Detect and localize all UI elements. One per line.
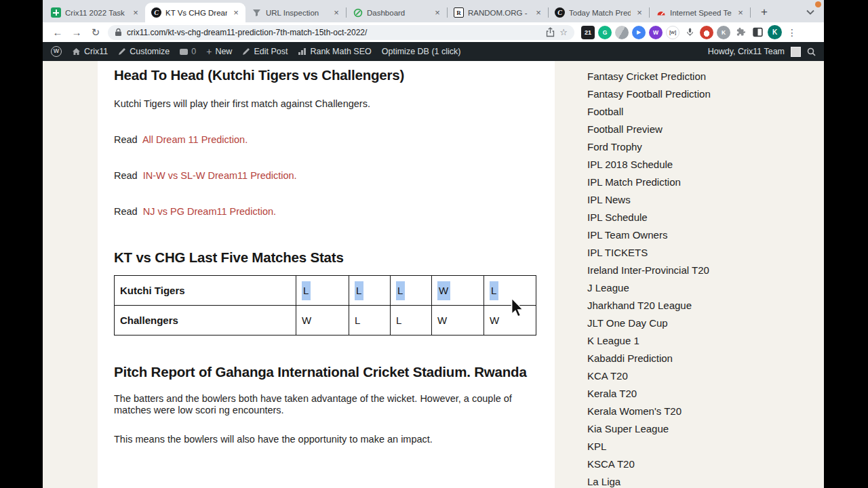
- sidebar-category-link[interactable]: Football Preview: [587, 121, 818, 138]
- adminbar-customize[interactable]: Customize: [118, 47, 170, 56]
- address-bar[interactable]: crix11.com/kt-vs-chg-dream11-prediction-…: [108, 25, 574, 40]
- pencil-icon: [242, 47, 250, 56]
- forward-button[interactable]: →: [70, 27, 83, 37]
- tab-close-icon[interactable]: ×: [736, 7, 745, 18]
- link-nj-vs-pg-prediction[interactable]: NJ vs PG Dream11 Prediction.: [143, 206, 276, 217]
- browser-menu-icon[interactable]: ⋮: [787, 27, 797, 38]
- sidebar-category-link[interactable]: KPL: [587, 438, 818, 455]
- sidebar-category-link[interactable]: Kabaddi Prediction: [587, 350, 818, 367]
- adblock-extension-icon[interactable]: [700, 26, 713, 39]
- table-row-kutchi-tigers: Kutchi Tigers L L L W L: [115, 276, 536, 306]
- sidebar-category-link[interactable]: IPL TICKETS: [587, 244, 818, 262]
- home-icon: [72, 47, 81, 56]
- sidebar-category-link[interactable]: IPL News: [587, 191, 818, 209]
- tab-random-org[interactable]: R RANDOM.ORG - List | ×: [448, 3, 548, 22]
- sidebar-category-link[interactable]: Fantasy Cricket Prediction: [587, 68, 818, 85]
- tab-kt-vs-chg-active[interactable]: C KT Vs CHG Dream11 P ×: [145, 3, 245, 22]
- tab-close-icon[interactable]: ×: [332, 7, 341, 18]
- tab-dashboard[interactable]: Dashboard ×: [347, 3, 447, 22]
- share-icon[interactable]: [546, 27, 555, 37]
- sidebar-category-link[interactable]: Jharkhand T20 League: [587, 297, 818, 314]
- reload-button[interactable]: ↻: [89, 27, 102, 37]
- tab-url-inspection[interactable]: URL Inspection ×: [245, 3, 346, 22]
- crix11-favicon: C: [555, 7, 565, 18]
- tab-close-icon[interactable]: ×: [534, 7, 543, 18]
- link-all-dream11-prediction[interactable]: All Dream 11 Prediction.: [142, 134, 248, 145]
- sidebar-category-link[interactable]: IPL Match Prediction: [587, 174, 818, 191]
- sidebar-category-link[interactable]: K League 1: [587, 332, 818, 350]
- url-text: crix11.com/kt-vs-chg-dream11-prediction-…: [127, 28, 541, 37]
- tab-title: Dashboard: [367, 9, 429, 17]
- extensions-row: 21 G ▶ W [w] K K ⋮: [581, 25, 797, 39]
- side-panel-icon[interactable]: [751, 26, 764, 39]
- sidebar-category-link[interactable]: Kerala Women's T20: [587, 403, 818, 420]
- sidebar-category-link[interactable]: JLT One Day Cup: [587, 314, 818, 332]
- microphone-icon[interactable]: [683, 26, 696, 39]
- adminbar-site-name[interactable]: Crix11: [72, 47, 108, 56]
- extensions-puzzle-icon[interactable]: [734, 26, 747, 39]
- last-five-matches-table: Kutchi Tigers L L L W L Challengers W L …: [114, 275, 536, 336]
- tab-close-icon[interactable]: ×: [433, 7, 442, 18]
- calendar-21-extension-icon[interactable]: 21: [581, 26, 595, 39]
- search-icon[interactable]: [807, 47, 816, 56]
- result-cell: W: [296, 306, 349, 336]
- tab-crix11-task-sheet[interactable]: Crix11 2022 Task Shee ×: [45, 3, 145, 22]
- sidebar-category-link[interactable]: Kia Super League: [587, 420, 818, 438]
- sidebar-category-link[interactable]: KCA T20: [587, 367, 818, 385]
- sidebar-category-link[interactable]: IPL 2018 Schedule: [587, 156, 818, 174]
- link-inw-vs-slw-prediction[interactable]: IN-W vs SL-W Dream11 Prediction.: [143, 170, 297, 181]
- rank-math-icon: [298, 47, 307, 56]
- sidebar-category-link[interactable]: Ford Trophy: [587, 138, 818, 156]
- category-sidebar: Fantasy Cricket Prediction Fantasy Footb…: [587, 68, 818, 488]
- result-cell: L: [391, 276, 432, 306]
- plus-icon: +: [206, 47, 212, 56]
- selected-result: L: [355, 281, 363, 300]
- adminbar-edit-post[interactable]: Edit Post: [242, 47, 288, 56]
- adminbar-new[interactable]: + New: [206, 47, 232, 56]
- profile-avatar[interactable]: K: [768, 25, 782, 39]
- paragraph-pitch-1: The batters and the bowlers both have ta…: [114, 393, 529, 416]
- word-counter-extension-icon[interactable]: [w]: [666, 26, 679, 39]
- sidebar-category-link[interactable]: IPL Team Owners: [587, 226, 818, 244]
- swirl-extension-icon[interactable]: [615, 26, 629, 39]
- tab-title: URL Inspection: [266, 9, 328, 17]
- crix11-favicon: C: [151, 7, 161, 18]
- avatar[interactable]: [791, 47, 801, 57]
- tab-internet-speed-test[interactable]: Internet Speed Test | ×: [650, 3, 750, 22]
- wordtune-extension-icon[interactable]: W: [649, 26, 663, 39]
- sidebar-category-link[interactable]: KSCA T20: [587, 455, 818, 473]
- keywords-extension-icon[interactable]: K: [717, 26, 730, 39]
- adminbar-account: Howdy, Crix11 Team: [708, 47, 816, 57]
- new-tab-button[interactable]: +: [756, 4, 772, 20]
- tab-close-icon[interactable]: ×: [131, 7, 140, 18]
- sidebar-category-link[interactable]: Kerala T20: [587, 385, 818, 403]
- back-button[interactable]: ←: [51, 27, 64, 37]
- adminbar-comments[interactable]: 0: [180, 47, 196, 56]
- wp-logo-icon[interactable]: W: [51, 46, 62, 57]
- video-speed-extension-icon[interactable]: ▶: [632, 26, 646, 39]
- sidebar-category-link[interactable]: La Liga: [587, 473, 818, 488]
- browser-window: Crix11 2022 Task Shee × C KT Vs CHG Drea…: [43, 0, 824, 488]
- tab-close-icon[interactable]: ×: [231, 7, 241, 18]
- adminbar-optimize-db[interactable]: Optimize DB (1 click): [382, 47, 461, 56]
- sidebar-category-link[interactable]: Ireland Inter-Provincial T20: [587, 262, 818, 279]
- dashboard-favicon: [353, 7, 363, 18]
- grammarly-extension-icon[interactable]: G: [598, 26, 612, 39]
- article-column: Head To Head (Kutchi Tigers vs Challenge…: [98, 61, 555, 488]
- sidebar-category-link[interactable]: Fantasy Football Prediction: [587, 85, 818, 103]
- tab-close-icon[interactable]: ×: [635, 7, 644, 18]
- howdy-text[interactable]: Howdy, Crix11 Team: [708, 47, 785, 56]
- tab-search-chevron-icon[interactable]: [806, 5, 814, 18]
- tab-today-match-prediction[interactable]: C Today Match Predictio ×: [549, 3, 649, 22]
- sidebar-category-link[interactable]: J League: [587, 279, 818, 297]
- tab-separator: [750, 7, 751, 18]
- read-prefix: Read: [114, 170, 138, 181]
- mouse-cursor: [509, 297, 526, 321]
- sidebar-category-link[interactable]: Football: [587, 103, 818, 121]
- adminbar-rank-math[interactable]: Rank Math SEO: [298, 47, 371, 56]
- read-prefix: Read: [114, 206, 138, 217]
- bookmark-star-icon[interactable]: ☆: [559, 27, 568, 37]
- padlock-icon[interactable]: [115, 28, 122, 37]
- sidebar-category-link[interactable]: IPL Schedule: [587, 209, 818, 226]
- result-cell: W: [432, 306, 484, 336]
